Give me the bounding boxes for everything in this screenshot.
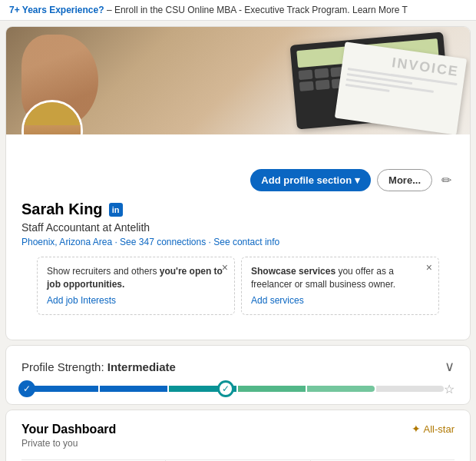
- strength-start-checkmark: ✓: [18, 380, 35, 397]
- edit-pencil-icon[interactable]: ✏: [438, 169, 455, 191]
- allstar-label: All-star: [424, 423, 455, 435]
- profile-name: Sarah King: [21, 201, 103, 218]
- banner-right-text: Showcase services you offer as a freelan…: [251, 266, 395, 290]
- cover-invoice-decoration: INVOICE: [335, 41, 467, 134]
- profile-title: Staff Accountant at Antelith: [21, 221, 455, 234]
- banner-highlight[interactable]: 7+ Years Experience?: [9, 5, 104, 15]
- close-services-banner-button[interactable]: ×: [426, 262, 432, 273]
- avatar: ✓: [21, 100, 83, 134]
- strength-progress-bar: ✓ ✓ ☆: [21, 386, 455, 392]
- profile-name-row: Sarah King in: [21, 201, 455, 218]
- strength-chevron-icon[interactable]: ∨: [445, 358, 455, 375]
- strength-end-star-icon: ☆: [441, 380, 458, 397]
- allstar-badge: ✦ All-star: [412, 423, 455, 435]
- star-icon: ✦: [412, 423, 421, 435]
- profile-strength-title: Profile Strength: Intermediate: [21, 360, 176, 373]
- banner-text: – Enroll in the CSU Online MBA - Executi…: [107, 5, 408, 15]
- open-to-opportunities-banner: × Show recruiters and others you're open…: [37, 257, 235, 315]
- close-opportunities-banner-button[interactable]: ×: [222, 262, 228, 273]
- profile-card: INVOICE ✓ Add profile sect: [6, 27, 470, 340]
- dashboard-card: Your Dashboard ✦ All-star Private to you…: [6, 410, 470, 461]
- strength-mid-checkmark: ✓: [217, 380, 234, 397]
- banner-left-text: Show recruiters and others you're open t…: [47, 266, 223, 290]
- contact-info-link[interactable]: See contact info: [213, 237, 279, 247]
- notification-banners: × Show recruiters and others you're open…: [21, 257, 455, 327]
- profile-location: Phoenix, Arizona Area: [21, 237, 112, 247]
- add-profile-section-button[interactable]: Add profile section ▾: [250, 169, 371, 191]
- add-services-link[interactable]: Add services: [251, 294, 429, 307]
- dashboard-title: Your Dashboard: [21, 423, 116, 436]
- showcase-services-banner: × Showcase services you offer as a freel…: [241, 257, 439, 315]
- dashboard-private-text: Private to you: [21, 438, 455, 449]
- profile-actions: Add profile section ▾ More... ✏: [21, 169, 455, 191]
- connections-link[interactable]: See 347 connections: [120, 237, 206, 247]
- top-banner: 7+ Years Experience? – Enroll in the CSU…: [0, 0, 476, 21]
- cover-photo: INVOICE ✓: [6, 27, 470, 134]
- linkedin-badge: in: [109, 203, 123, 217]
- dropdown-arrow-icon: ▾: [355, 174, 360, 186]
- profile-meta: Phoenix, Arizona Area · See 347 connecti…: [21, 237, 455, 247]
- add-job-interests-link[interactable]: Add job Interests: [47, 294, 225, 307]
- profile-strength-card: Profile Strength: Intermediate ∨ ✓ ✓ ☆: [6, 346, 470, 404]
- more-button[interactable]: More...: [377, 169, 432, 191]
